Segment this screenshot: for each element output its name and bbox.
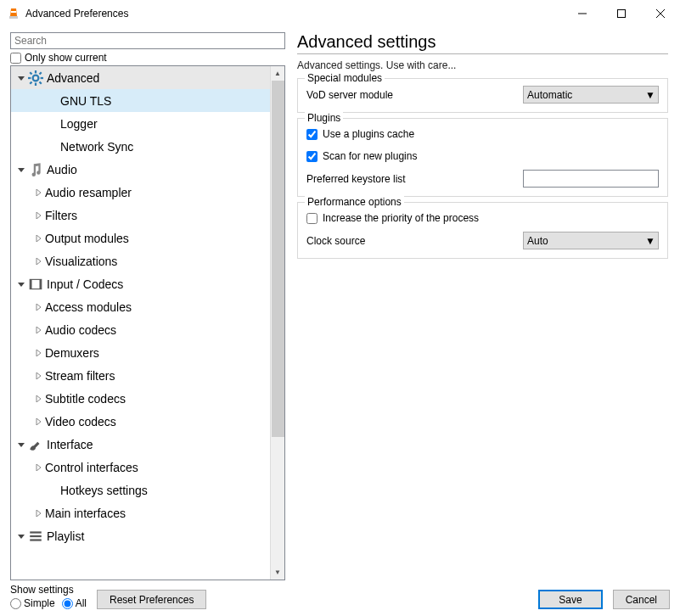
tree-item-interface[interactable]: Interface: [11, 433, 270, 456]
tree-item-stream-filters[interactable]: Stream filters: [11, 364, 270, 387]
chevron-right-icon: [33, 418, 43, 425]
clock-source-label: Clock source: [306, 235, 523, 247]
brush-icon: [28, 438, 43, 451]
tree-item-label: Logger: [60, 117, 270, 131]
svg-line-11: [30, 72, 31, 74]
tree-item-label: Playlist: [47, 529, 270, 543]
checkbox-label: Scan for new plugins: [323, 150, 417, 162]
reset-preferences-button[interactable]: Reset Preferences: [97, 590, 206, 609]
chevron-right-icon: [33, 464, 43, 471]
clock-source-combo[interactable]: Auto ▼: [523, 232, 659, 249]
tree-item-hotkeys-settings[interactable]: Hotkeys settings: [11, 479, 270, 501]
gear-icon: [28, 71, 43, 85]
tree-item-input-codecs[interactable]: Input / Codecs: [11, 272, 270, 295]
tree-item-demuxers[interactable]: Demuxers: [11, 341, 270, 364]
chevron-right-icon: [33, 212, 43, 219]
tree-item-label: Network Sync: [60, 140, 270, 154]
combo-value: Auto: [527, 235, 548, 247]
tree-item-logger[interactable]: Logger: [11, 112, 270, 135]
combo-value: Automatic: [527, 89, 572, 101]
tree-item-playlist[interactable]: Playlist: [11, 524, 270, 547]
tree-item-label: Output modules: [45, 232, 270, 245]
close-button[interactable]: [641, 0, 680, 27]
svg-rect-16: [30, 279, 31, 288]
tree-item-label: Audio resampler: [45, 186, 270, 199]
svg-rect-0: [9, 16, 18, 19]
scan-new-plugins-checkbox[interactable]: [306, 151, 318, 162]
tree-item-label: Access modules: [45, 300, 270, 314]
scroll-up-arrow[interactable]: ▲: [271, 66, 284, 81]
tree-item-label: Input / Codecs: [47, 277, 270, 291]
svg-line-13: [30, 81, 31, 83]
tree-item-label: Audio codecs: [45, 323, 270, 337]
tree-item-filters[interactable]: Filters: [11, 204, 270, 227]
titlebar: Advanced Preferences: [0, 0, 680, 27]
tree-item-subtitle-codecs[interactable]: Subtitle codecs: [11, 387, 270, 410]
group-special-modules: Special modules VoD server module Automa…: [297, 78, 668, 113]
tree-item-control-interfaces[interactable]: Control interfaces: [11, 456, 270, 479]
tree-item-audio-codecs[interactable]: Audio codecs: [11, 318, 270, 341]
tree-item-label: Filters: [45, 209, 270, 222]
tree-item-label: Visualizations: [45, 255, 270, 268]
chevron-down-icon: [16, 441, 26, 448]
minimize-button[interactable]: [563, 0, 602, 27]
tree-item-label: Video codecs: [45, 415, 270, 428]
maximize-button[interactable]: [602, 0, 641, 27]
preferences-tree[interactable]: Advanced GNU TLS Logger Network Sync Aud…: [11, 66, 270, 580]
tree-item-output-modules[interactable]: Output modules: [11, 227, 270, 249]
film-icon: [28, 277, 43, 291]
chevron-right-icon: [33, 350, 43, 356]
tree-item-video-codecs[interactable]: Video codecs: [11, 410, 270, 433]
radio-simple[interactable]: Simple: [10, 597, 55, 609]
chevron-down-icon: ▼: [645, 89, 655, 101]
tree-item-access-modules[interactable]: Access modules: [11, 295, 270, 318]
tree-item-gnutls[interactable]: GNU TLS: [11, 89, 270, 112]
tree-item-main-interfaces[interactable]: Main interfaces: [11, 501, 270, 524]
page-subtext: Advanced settings. Use with care...: [297, 59, 668, 71]
keystore-label: Preferred keystore list: [306, 173, 523, 185]
svg-line-14: [40, 72, 42, 74]
page-title: Advanced settings: [297, 32, 668, 52]
window-title: Advanced Preferences: [25, 8, 563, 20]
tree-item-visualizations[interactable]: Visualizations: [11, 249, 270, 272]
increase-priority-checkbox[interactable]: [306, 213, 318, 224]
group-title: Performance options: [305, 196, 404, 208]
tree-item-label: Subtitle codecs: [45, 392, 270, 406]
chevron-right-icon: [33, 235, 43, 242]
tree-item-advanced[interactable]: Advanced: [11, 66, 270, 89]
tree-item-label: Main interfaces: [45, 507, 270, 520]
only-show-current-box[interactable]: [10, 53, 21, 64]
group-performance: Performance options Increase the priorit…: [297, 202, 668, 259]
scroll-down-arrow[interactable]: ▼: [271, 565, 284, 580]
chevron-right-icon: [33, 258, 43, 265]
vod-server-label: VoD server module: [306, 89, 523, 101]
tree-item-network-sync[interactable]: Network Sync: [11, 135, 270, 158]
tree-item-label: Interface: [47, 438, 270, 451]
radio-all[interactable]: All: [62, 597, 87, 609]
checkbox-label: Increase the priority of the process: [323, 212, 479, 224]
save-button[interactable]: Save: [538, 590, 602, 609]
scroll-thumb[interactable]: [272, 81, 284, 437]
tree-item-label: GNU TLS: [60, 94, 270, 108]
checkbox-label: Use a plugins cache: [323, 128, 414, 140]
cancel-button[interactable]: Cancel: [613, 590, 670, 609]
group-title: Plugins: [305, 112, 343, 124]
use-plugins-cache-checkbox[interactable]: [306, 129, 318, 140]
svg-point-6: [33, 75, 39, 81]
chevron-right-icon: [33, 327, 43, 333]
chevron-right-icon: [33, 372, 43, 379]
tree-scrollbar[interactable]: ▲ ▼: [270, 66, 284, 580]
heading-rule: [297, 53, 668, 54]
svg-rect-1: [11, 11, 16, 13]
search-input[interactable]: [10, 32, 285, 49]
tree-item-audio-resampler[interactable]: Audio resampler: [11, 181, 270, 204]
vod-server-combo[interactable]: Automatic ▼: [523, 86, 659, 104]
chevron-down-icon: [16, 533, 26, 540]
chevron-right-icon: [33, 510, 43, 517]
keystore-input[interactable]: [523, 170, 659, 188]
chevron-down-icon: [16, 166, 26, 173]
tree-item-audio[interactable]: Audio: [11, 158, 270, 181]
tree-item-label: Demuxers: [45, 346, 270, 360]
only-show-current-checkbox[interactable]: Only show current: [10, 52, 285, 64]
tree-item-label: Audio: [47, 163, 270, 176]
